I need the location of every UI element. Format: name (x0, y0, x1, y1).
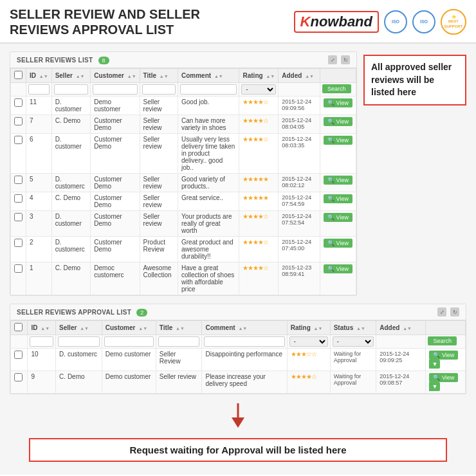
row-checkbox[interactable] (14, 264, 23, 273)
bview-dropdown-button[interactable]: ▼ (429, 382, 440, 391)
row-customer: Demo customer (91, 96, 140, 115)
row-customer: Customer Demo (91, 211, 140, 237)
view-button[interactable]: 🔍 View (324, 264, 352, 273)
bfilter-comment-input[interactable] (204, 336, 284, 347)
view-button[interactable]: 🔍 View (324, 213, 352, 222)
bview-button[interactable]: 🔍 View (429, 373, 458, 382)
select-all-checkbox[interactable] (14, 71, 23, 79)
brow-checkbox[interactable] (14, 373, 23, 381)
filter-rating-select[interactable]: -12345 (241, 84, 276, 95)
brow-checkbox[interactable] (14, 351, 23, 359)
refresh-icon[interactable]: ↻ (341, 55, 350, 64)
brow-comment: Please increase your delivery speed (202, 371, 287, 394)
bth-customer[interactable]: Customer ▲▼ (102, 321, 156, 335)
bfilter-seller-input[interactable] (58, 336, 100, 347)
row-checkbox[interactable] (14, 136, 23, 144)
filter-id-input[interactable] (28, 84, 50, 95)
bfilter-status-select[interactable]: -Waiting for ApprovalApproved (333, 336, 374, 347)
seller-sort-icon[interactable]: ▲▼ (76, 74, 85, 78)
table-row: 1 C. Demo Democ customerc Awesome Collec… (11, 262, 356, 295)
bottom-select-all[interactable] (14, 323, 23, 331)
bfilter-seller-cell (56, 335, 102, 349)
stars-icon: ★★★★★ (243, 176, 268, 183)
main-content: SELLER REVIEWS LIST 8 ⤢ ↻ ID ▲▼ Seller ▲… (0, 44, 476, 475)
row-checkbox[interactable] (14, 98, 23, 107)
row-id: 4 (26, 192, 52, 211)
customer-sort-icon[interactable]: ▲▼ (127, 74, 136, 78)
row-checkbox-cell (11, 96, 26, 115)
bfilter-customer-input[interactable] (104, 336, 154, 347)
bfilter-rating-select[interactable]: -12345 (289, 336, 328, 347)
bth-id[interactable]: ID ▲▼ (28, 321, 56, 335)
bfilter-title-input[interactable] (158, 336, 200, 347)
th-rating[interactable]: Rating ▲▼ (239, 69, 279, 83)
bid-sort-icon[interactable]: ▲▼ (41, 326, 50, 331)
bth-rating[interactable]: Rating ▲▼ (287, 321, 330, 335)
brow-status: Waiting for Approval (330, 371, 376, 394)
title-sort-icon[interactable]: ▲▼ (160, 74, 169, 78)
row-seller: D. customer (51, 96, 91, 115)
view-button[interactable]: 🔍 View (324, 176, 352, 185)
filter-customer-cell (91, 83, 140, 96)
bfilter-title-cell (156, 335, 202, 349)
stars-icon: ★★★★★ (243, 194, 268, 201)
page-header: SELLER REVIEW AND SELLER REVIEWS APPROVA… (0, 0, 476, 44)
search-button[interactable]: Search (322, 84, 351, 93)
rating-sort-icon[interactable]: ▲▼ (266, 74, 275, 78)
row-seller: C. Demo (51, 192, 91, 211)
brating-sort-icon[interactable]: ▲▼ (314, 326, 323, 331)
logo-area: Knowband ISO ISO ⭐BEST SUPPORT (294, 9, 466, 35)
bstatus-sort-icon[interactable]: ▲▼ (356, 326, 365, 331)
filter-seller-input[interactable] (54, 84, 89, 95)
view-button[interactable]: 🔍 View (324, 98, 352, 107)
knowband-logo: Knowband (294, 11, 379, 33)
bfilter-id-input[interactable] (30, 336, 53, 347)
th-customer[interactable]: Customer ▲▼ (91, 69, 140, 83)
bth-title[interactable]: Title ▲▼ (156, 321, 202, 335)
bth-comment[interactable]: Comment ▲▼ (202, 321, 287, 335)
support-badge: ⭐BEST SUPPORT (441, 9, 466, 35)
view-button[interactable]: 🔍 View (324, 136, 352, 145)
id-sort-icon[interactable]: ▲▼ (39, 74, 48, 78)
bottom-filter-row: -12345 -Waiting for ApprovalApproved Sea… (11, 335, 466, 349)
bview-button[interactable]: 🔍 View (429, 351, 458, 360)
row-checkbox[interactable] (14, 194, 23, 203)
row-checkbox-cell (11, 262, 26, 295)
bcustomer-sort-icon[interactable]: ▲▼ (138, 326, 147, 331)
bth-status[interactable]: Status ▲▼ (330, 321, 376, 335)
row-checkbox[interactable] (14, 176, 23, 184)
bth-seller[interactable]: Seller ▲▼ (56, 321, 102, 335)
row-checkbox[interactable] (14, 213, 23, 221)
row-seller: D. customerc (51, 174, 91, 192)
row-checkbox[interactable] (14, 117, 23, 125)
bottom-expand-icon[interactable]: ⤢ (437, 307, 446, 316)
view-button[interactable]: 🔍 View (324, 194, 352, 203)
bcomment-sort-icon[interactable]: ▲▼ (238, 326, 247, 331)
filter-title-input[interactable] (142, 84, 176, 95)
th-seller[interactable]: Seller ▲▼ (51, 69, 91, 83)
svg-marker-1 (232, 417, 244, 428)
th-comment[interactable]: Comment ▲▼ (178, 69, 239, 83)
bview-dropdown-button[interactable]: ▼ (429, 360, 440, 369)
bth-added[interactable]: Added ▲▼ (376, 321, 426, 335)
th-id[interactable]: ID ▲▼ (26, 69, 52, 83)
row-seller: C. Demo (51, 115, 91, 134)
badded-sort-icon[interactable]: ▲▼ (403, 326, 412, 331)
row-action: 🔍 View (320, 174, 356, 192)
expand-icon[interactable]: ⤢ (328, 55, 337, 64)
filter-customer-input[interactable] (93, 84, 137, 95)
row-comment: Usually very less delivery time taken in… (178, 134, 239, 174)
view-button[interactable]: 🔍 View (324, 117, 352, 126)
th-added[interactable]: Added ▲▼ (279, 69, 320, 83)
view-button[interactable]: 🔍 View (324, 239, 352, 248)
bottom-search-button[interactable]: Search (428, 336, 457, 345)
btitle-sort-icon[interactable]: ▲▼ (176, 326, 185, 331)
bseller-sort-icon[interactable]: ▲▼ (80, 326, 89, 331)
row-checkbox[interactable] (14, 239, 23, 247)
bottom-refresh-icon[interactable]: ↻ (450, 307, 459, 316)
added-sort-icon[interactable]: ▲▼ (305, 74, 314, 78)
comment-sort-icon[interactable]: ▲▼ (214, 74, 223, 78)
brow-seller: C. Demo (56, 371, 102, 394)
filter-comment-input[interactable] (180, 84, 237, 95)
th-title[interactable]: Title ▲▼ (140, 69, 178, 83)
